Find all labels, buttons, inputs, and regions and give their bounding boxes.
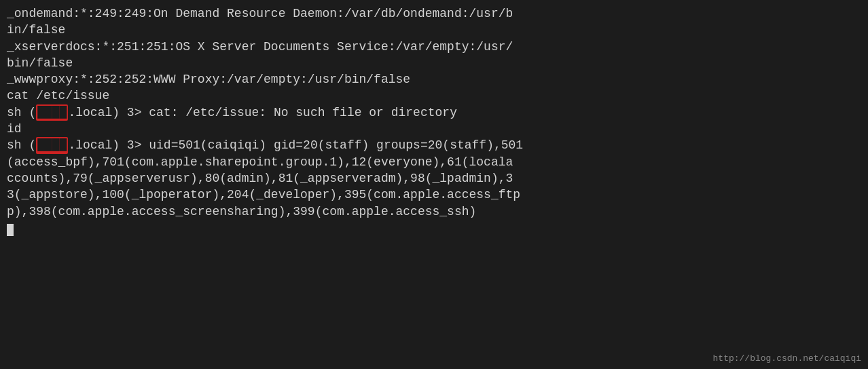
redacted-hostname: ████	[36, 104, 68, 121]
redacted-hostname-2: ████	[36, 137, 68, 153]
terminal-window[interactable]: _ondemand:*:249:249:On Demand Resource D…	[0, 0, 868, 369]
terminal-line: id	[7, 121, 861, 137]
terminal-line: (access_bpf),701(com.apple.sharepoint.gr…	[7, 154, 861, 170]
terminal-line: _ondemand:*:249:249:On Demand Resource D…	[7, 5, 861, 22]
terminal-prompt-id: sh (████.local) 3> uid=501(caiqiqi) gid=…	[7, 137, 861, 153]
terminal-cursor-line	[7, 220, 861, 236]
terminal-line: cat /etc/issue	[7, 88, 861, 104]
terminal-line: ccounts),79(_appserverusr),80(admin),81(…	[7, 170, 861, 187]
terminal-prompt-error: sh (████.local) 3> cat: /etc/issue: No s…	[7, 104, 861, 121]
terminal-line: _wwwproxy:*:252:252:WWW Proxy:/var/empty…	[7, 71, 861, 88]
terminal-line: in/false	[7, 22, 861, 38]
terminal-line: _xserverdocs:*:251:251:OS X Server Docum…	[7, 39, 861, 55]
watermark: http://blog.csdn.net/caiqiqi	[713, 353, 861, 364]
terminal-cursor	[7, 224, 14, 236]
terminal-line: 3(_appstore),100(_lpoperator),204(_devel…	[7, 187, 861, 203]
terminal-line: bin/false	[7, 55, 861, 71]
terminal-line: p),398(com.apple.access_screensharing),3…	[7, 203, 861, 220]
